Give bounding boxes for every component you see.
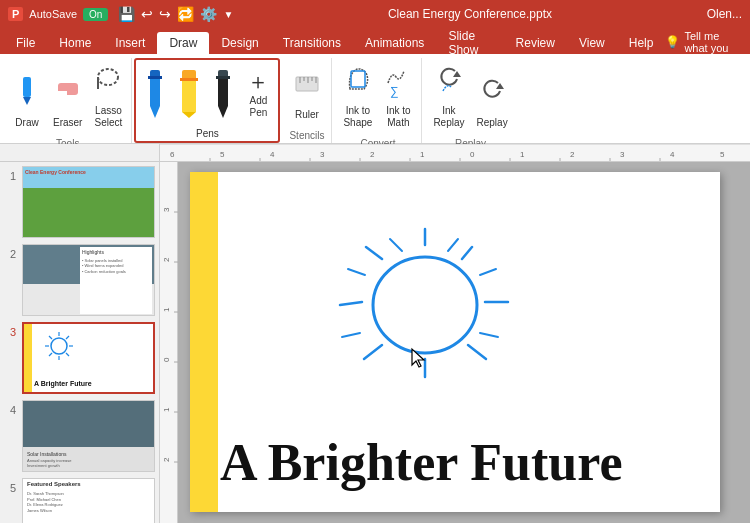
- redo-icon[interactable]: ↪: [159, 6, 171, 22]
- eraser-button[interactable]: Eraser: [48, 72, 87, 132]
- horizontal-ruler: /* ruler ticks generated by CSS */ 6 5 4…: [160, 144, 750, 162]
- title-bar-filename: Clean Energy Conference.pptx: [233, 7, 706, 21]
- draw-button[interactable]: Draw: [8, 72, 46, 132]
- pen-blue-button[interactable]: [140, 66, 170, 122]
- svg-line-54: [66, 336, 69, 339]
- tab-slideshow[interactable]: Slide Show: [436, 32, 503, 54]
- slide-item-3[interactable]: 3 A Brighter Future: [4, 322, 155, 394]
- svg-marker-17: [218, 106, 228, 118]
- svg-marker-88: [412, 349, 424, 367]
- undo-icon[interactable]: ↩: [141, 6, 153, 22]
- sun-drawing: [240, 192, 600, 442]
- ink-to-shape-button[interactable]: Ink toShape: [338, 60, 377, 132]
- tab-view[interactable]: View: [567, 32, 617, 54]
- svg-marker-27: [453, 71, 461, 77]
- slide-thumb-3[interactable]: A Brighter Future: [22, 322, 155, 394]
- svg-line-87: [342, 333, 360, 337]
- title-bar-left: P AutoSave On 💾 ↩ ↪ 🔁 ⚙️ ▼: [8, 6, 233, 22]
- svg-text:1: 1: [520, 150, 525, 159]
- svg-text:2: 2: [370, 150, 375, 159]
- ruler-button[interactable]: Ruler: [288, 64, 326, 124]
- slide-canvas[interactable]: A Brighter Future: [190, 172, 720, 512]
- svg-line-77: [468, 345, 486, 359]
- yellow-strip: [190, 172, 218, 512]
- svg-text:1: 1: [162, 307, 171, 312]
- svg-marker-28: [496, 83, 504, 89]
- ink-replay-icon: [435, 63, 463, 103]
- svg-text:∑: ∑: [390, 84, 399, 98]
- svg-line-86: [348, 269, 365, 275]
- svg-rect-7: [150, 78, 160, 106]
- main-area: 1 Clean Energy Conference 2 Highlights •…: [0, 162, 750, 523]
- svg-text:0: 0: [470, 150, 475, 159]
- pens-group: ＋ AddPen Pens: [134, 58, 280, 143]
- dropdown-icon[interactable]: ▼: [223, 9, 233, 20]
- repeat-icon[interactable]: 🔁: [177, 6, 194, 22]
- tab-draw[interactable]: Draw: [157, 32, 209, 54]
- tab-help[interactable]: Help: [617, 32, 666, 54]
- title-bar-user: Olen...: [707, 7, 742, 21]
- ink-to-math-label: Ink toMath: [386, 105, 410, 129]
- slide-number-1: 1: [4, 166, 16, 182]
- vertical-ruler: 3 2 1 0 1 2: [160, 162, 178, 523]
- svg-text:1: 1: [420, 150, 425, 159]
- slide-thumb-2[interactable]: Highlights • Solar panels installed• Win…: [22, 244, 155, 316]
- tell-me-text[interactable]: Tell me what you: [684, 30, 738, 54]
- lasso-icon: [94, 63, 122, 103]
- slide-item-1[interactable]: 1 Clean Energy Conference: [4, 166, 155, 238]
- svg-rect-0: [23, 77, 31, 97]
- tab-home[interactable]: Home: [47, 32, 103, 54]
- svg-text:2: 2: [162, 457, 171, 462]
- slide-item-2[interactable]: 2 Highlights • Solar panels installed• W…: [4, 244, 155, 316]
- svg-line-83: [480, 269, 496, 275]
- replay-button[interactable]: Replay: [472, 72, 513, 132]
- svg-text:0: 0: [162, 357, 171, 362]
- lasso-select-button[interactable]: LassoSelect: [89, 60, 127, 132]
- svg-rect-3: [58, 91, 67, 95]
- tab-insert[interactable]: Insert: [103, 32, 157, 54]
- ink-to-math-icon: ∑: [384, 63, 412, 103]
- svg-rect-9: [148, 76, 162, 79]
- svg-point-52: [51, 338, 67, 354]
- tab-design[interactable]: Design: [209, 32, 270, 54]
- svg-text:5: 5: [220, 150, 225, 159]
- autosave-badge[interactable]: On: [83, 8, 108, 21]
- save-icon[interactable]: 💾: [118, 6, 135, 22]
- svg-text:5: 5: [720, 150, 725, 159]
- draw-icon: [13, 75, 41, 115]
- svg-rect-11: [182, 80, 196, 106]
- slide-item-4[interactable]: 4 Solar Installations Annual capacity in…: [4, 400, 155, 472]
- tab-animations[interactable]: Animations: [353, 32, 436, 54]
- replay-group: InkReplay Replay Replay: [424, 58, 516, 143]
- svg-marker-12: [182, 106, 196, 112]
- ribbon-tabs: File Home Insert Draw Design Transitions…: [0, 28, 750, 54]
- eraser-label: Eraser: [53, 117, 82, 129]
- ink-to-math-button[interactable]: ∑ Ink toMath: [379, 60, 417, 132]
- slide-thumb-5[interactable]: Featured Speakers Dr. Sarah ThompsonProf…: [22, 478, 155, 523]
- tab-file[interactable]: File: [4, 32, 47, 54]
- cursor: [410, 347, 428, 372]
- slide-thumb-1[interactable]: Clean Energy Conference: [22, 166, 155, 238]
- svg-rect-14: [180, 78, 198, 81]
- svg-line-81: [366, 247, 382, 259]
- pen-black-button[interactable]: [208, 66, 238, 122]
- add-pen-label: AddPen: [250, 95, 268, 119]
- svg-text:4: 4: [670, 150, 675, 159]
- title-bar: P AutoSave On 💾 ↩ ↪ 🔁 ⚙️ ▼ Clean Energy …: [0, 0, 750, 28]
- slide-item-5[interactable]: 5 Featured Speakers Dr. Sarah ThompsonPr…: [4, 478, 155, 523]
- pen-yellow-button[interactable]: [174, 66, 204, 122]
- slide-number-4: 4: [4, 400, 16, 416]
- slide-thumb-4[interactable]: Solar Installations Annual capacity incr…: [22, 400, 155, 472]
- customize-icon[interactable]: ⚙️: [200, 6, 217, 22]
- ruler-icon: [293, 67, 321, 107]
- svg-point-73: [373, 257, 477, 353]
- svg-marker-1: [23, 97, 31, 105]
- ink-replay-button[interactable]: InkReplay: [428, 60, 469, 132]
- add-pen-button[interactable]: ＋ AddPen: [242, 68, 274, 122]
- ink-to-shape-icon: [344, 63, 372, 103]
- tab-review[interactable]: Review: [504, 32, 567, 54]
- svg-line-82: [448, 239, 458, 251]
- svg-text:3: 3: [162, 207, 171, 212]
- ink-replay-label: InkReplay: [433, 105, 464, 129]
- tab-transitions[interactable]: Transitions: [271, 32, 353, 54]
